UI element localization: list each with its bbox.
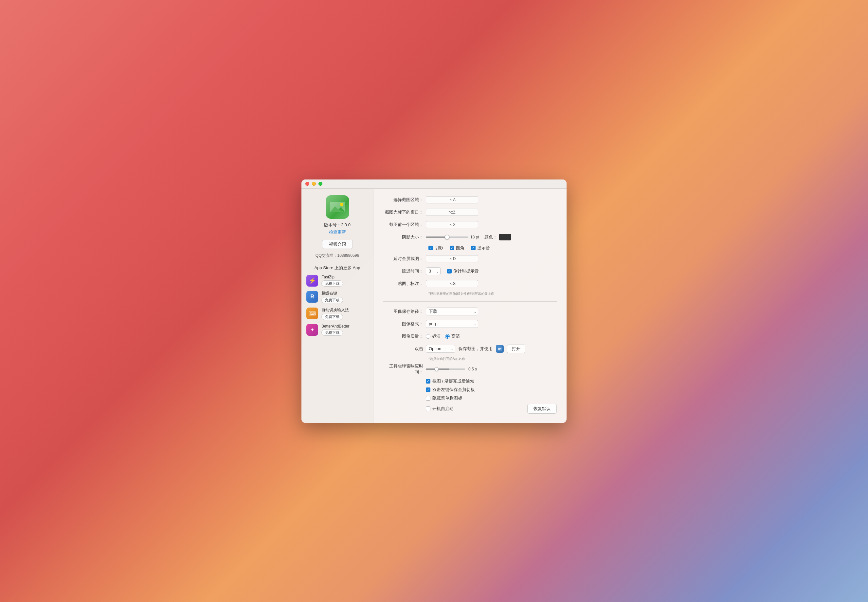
notify-checkbox-row: 截图 / 录屏完成后通知 bbox=[383, 378, 557, 384]
shadow-slider[interactable] bbox=[426, 236, 468, 238]
effect-checkboxes: 阴影 圆角 提示音 bbox=[383, 245, 557, 251]
hide-menu-label: 隐藏菜单栏图标 bbox=[432, 395, 462, 401]
video-intro-button[interactable]: 视频介绍 bbox=[322, 240, 353, 249]
autoinput-info: 自动切换输入法 免费下载 bbox=[321, 307, 349, 320]
shadow-checkbox[interactable] bbox=[429, 246, 433, 250]
color-swatch[interactable] bbox=[499, 234, 511, 240]
fastzip-download[interactable]: 免费下载 bbox=[321, 280, 343, 287]
section-divider bbox=[383, 301, 557, 302]
superright-icon: R bbox=[306, 291, 318, 303]
superright-name: 超级右键 bbox=[321, 290, 343, 296]
notify-label: 截图 / 录屏完成后通知 bbox=[432, 378, 474, 384]
paste-note: *把粘贴板里的图像(或文件)贴到屏幕的最上面 bbox=[383, 292, 557, 296]
color-label: 颜色： bbox=[484, 234, 497, 240]
rounded-checkbox-label: 圆角 bbox=[456, 245, 464, 251]
notify-checkbox[interactable] bbox=[426, 379, 430, 384]
startup-checkbox[interactable] bbox=[426, 407, 430, 411]
delay-time-stepper-wrapper: 3510 bbox=[426, 267, 441, 275]
save-path-wrapper: 下载桌面自定义 bbox=[426, 307, 478, 315]
save-path-label: 图像保存路径： bbox=[383, 309, 426, 315]
quality-label: 图像质量： bbox=[383, 333, 426, 339]
capture-window-row: 截图光标下的窗口： ⌥Z bbox=[383, 208, 557, 217]
double-save-label: 双击左键保存至剪切板 bbox=[432, 387, 475, 393]
standard-quality-radio[interactable] bbox=[426, 334, 430, 339]
restore-defaults-button[interactable]: 恢复默认 bbox=[527, 404, 557, 414]
list-item: ⚡ FastZip 免费下载 bbox=[306, 275, 368, 287]
double-save-checkbox[interactable] bbox=[426, 387, 430, 392]
capture-area-row: 选择截图区域： ⌥A bbox=[383, 195, 557, 204]
content-area: 版本号：2.0.0 检查更新 视频介绍 QQ交流群：1038980596 App… bbox=[302, 189, 566, 423]
sound-checkbox-label: 提示音 bbox=[477, 245, 490, 251]
autoinput-icon: ⌨ bbox=[306, 307, 318, 319]
svg-point-3 bbox=[340, 203, 343, 206]
delay-capture-label: 延时全屏截图： bbox=[383, 256, 426, 262]
sound-checkbox[interactable] bbox=[471, 246, 476, 250]
fastzip-info: FastZip 免费下载 bbox=[321, 275, 343, 287]
toolbar-time-label: 工具栏弹窗响应时间： bbox=[383, 363, 426, 375]
toolbar-time-slider[interactable] bbox=[426, 369, 465, 370]
paste-shortcut[interactable]: ⌥S bbox=[426, 280, 478, 287]
svg-rect-4 bbox=[498, 347, 502, 351]
save-use-label: 保存截图，并使用 bbox=[459, 346, 493, 352]
sound-checkbox-item: 提示音 bbox=[471, 245, 490, 251]
delay-time-row: 延迟时间： 3510 倒计时提示音 bbox=[383, 267, 557, 276]
capture-area-shortcut[interactable]: ⌥A bbox=[426, 196, 478, 203]
rounded-checkbox-item: 圆角 bbox=[450, 245, 464, 251]
minimize-button[interactable] bbox=[312, 182, 316, 186]
hide-menu-checkbox[interactable] bbox=[426, 396, 430, 401]
sidebar: 版本号：2.0.0 检查更新 视频介绍 QQ交流群：1038980596 App… bbox=[302, 189, 374, 423]
fastzip-icon: ⚡ bbox=[306, 275, 318, 287]
capture-window-shortcut[interactable]: ⌥Z bbox=[426, 209, 478, 216]
option-dropdown-select[interactable]: Option bbox=[426, 345, 455, 353]
close-button[interactable] bbox=[305, 182, 309, 186]
shadow-value: 18 pt bbox=[470, 235, 479, 240]
startup-label: 开机自启动 bbox=[432, 406, 454, 412]
countdown-checkbox-item: 倒计时提示音 bbox=[447, 268, 479, 274]
double-click-controls: Option 保存截图，并使用 打开 bbox=[426, 344, 525, 353]
startup-checkbox-row: 开机自启动 恢复默认 bbox=[383, 404, 557, 414]
qq-group-label: QQ交流群：1038980596 bbox=[315, 253, 359, 258]
list-item: ⌨ 自动切换输入法 免费下载 bbox=[306, 307, 368, 320]
save-path-row: 图像保存路径： 下载桌面自定义 bbox=[383, 307, 557, 316]
capture-prev-shortcut[interactable]: ⌥X bbox=[426, 221, 478, 228]
fastzip-name: FastZip bbox=[321, 275, 343, 280]
double-click-label: 双击 bbox=[383, 346, 426, 352]
countdown-label: 倒计时提示音 bbox=[453, 268, 479, 274]
main-panel: 选择截图区域： ⌥A 截图光标下的窗口： ⌥Z 截图前一个区域： ⌥X 阴影大小… bbox=[374, 189, 566, 423]
check-update-link[interactable]: 检查更新 bbox=[329, 229, 346, 235]
shadow-checkbox-item: 阴影 bbox=[429, 245, 443, 251]
shadow-checkbox-label: 阴影 bbox=[435, 245, 443, 251]
version-label: 版本号：2.0.0 bbox=[324, 222, 351, 228]
main-window: 版本号：2.0.0 检查更新 视频介绍 QQ交流群：1038980596 App… bbox=[302, 180, 566, 423]
rounded-checkbox[interactable] bbox=[450, 246, 454, 250]
standard-quality-item: 标清 bbox=[426, 333, 441, 339]
capture-area-label: 选择截图区域： bbox=[383, 197, 426, 203]
delay-time-controls: 3510 倒计时提示音 bbox=[426, 267, 479, 275]
superright-download[interactable]: 免费下载 bbox=[321, 297, 343, 303]
app-icon bbox=[326, 195, 349, 219]
toolbar-time-value: 0.5 s bbox=[468, 367, 477, 372]
svg-rect-6 bbox=[498, 349, 501, 350]
save-path-select[interactable]: 下载桌面自定义 bbox=[426, 307, 478, 315]
section-shortcuts: 选择截图区域： ⌥A 截图光标下的窗口： ⌥Z 截图前一个区域： ⌥X 阴影大小… bbox=[383, 195, 557, 296]
format-label: 图像格式： bbox=[383, 321, 426, 327]
hide-menu-checkbox-row: 隐藏菜单栏图标 bbox=[383, 395, 557, 401]
section-save: 图像保存路径： 下载桌面自定义 图像格式： pngjpgtiff bbox=[383, 307, 557, 414]
open-button[interactable]: 打开 bbox=[507, 344, 525, 353]
delay-capture-shortcut[interactable]: ⌥D bbox=[426, 255, 478, 263]
capture-prev-row: 截图前一个区域： ⌥X bbox=[383, 220, 557, 229]
betterandbetter-download[interactable]: 免费下载 bbox=[321, 330, 343, 336]
capture-prev-label: 截图前一个区域： bbox=[383, 222, 426, 227]
quality-row: 图像质量： 标清 高清 bbox=[383, 332, 557, 341]
list-item: ✦ BetterAndBetter 免费下载 bbox=[306, 324, 368, 336]
delay-time-select[interactable]: 3510 bbox=[426, 267, 441, 275]
betterandbetter-name: BetterAndBetter bbox=[321, 324, 349, 329]
paste-row: 贴图、标注： ⌥S bbox=[383, 279, 557, 288]
maximize-button[interactable] bbox=[318, 182, 322, 186]
titlebar bbox=[302, 180, 566, 189]
autoinput-download[interactable]: 免费下载 bbox=[321, 314, 343, 320]
countdown-checkbox[interactable] bbox=[447, 269, 452, 273]
hd-quality-radio[interactable] bbox=[445, 334, 450, 339]
standard-quality-label: 标清 bbox=[432, 333, 441, 339]
format-select[interactable]: pngjpgtiff bbox=[426, 320, 478, 328]
